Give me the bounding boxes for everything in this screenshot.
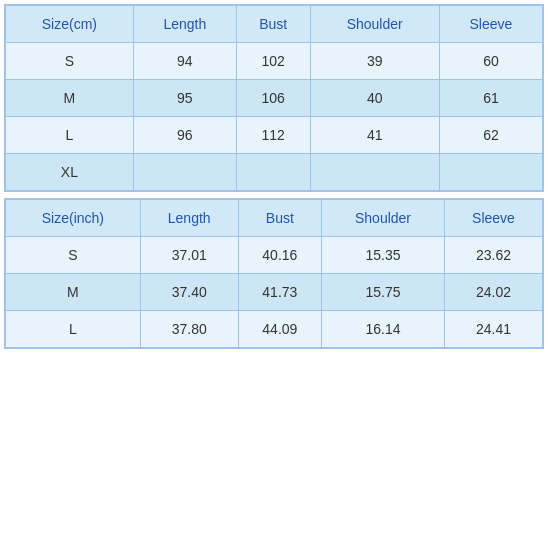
table-cell: 60 xyxy=(439,43,542,80)
table-cell xyxy=(236,154,310,191)
table-cell xyxy=(439,154,542,191)
cm-header-row: Size(cm) Length Bust Shoulder Sleeve xyxy=(6,6,543,43)
table-cell: 61 xyxy=(439,80,542,117)
table-cell: 24.02 xyxy=(445,274,543,311)
table-row: M37.4041.7315.7524.02 xyxy=(6,274,543,311)
table-cell: 40.16 xyxy=(238,237,321,274)
cm-header-size: Size(cm) xyxy=(6,6,134,43)
cm-header-bust: Bust xyxy=(236,6,310,43)
size-cm-table: Size(cm) Length Bust Shoulder Sleeve S94… xyxy=(5,5,543,191)
table-cell: M xyxy=(6,80,134,117)
table-row: XL xyxy=(6,154,543,191)
table-cell: 41.73 xyxy=(238,274,321,311)
table-cell: L xyxy=(6,311,141,348)
cm-header-shoulder: Shoulder xyxy=(310,6,439,43)
table-cell: 37.80 xyxy=(140,311,238,348)
inch-header-bust: Bust xyxy=(238,200,321,237)
inch-header-size: Size(inch) xyxy=(6,200,141,237)
table-cell: 112 xyxy=(236,117,310,154)
inch-header-sleeve: Sleeve xyxy=(445,200,543,237)
size-inch-table: Size(inch) Length Bust Shoulder Sleeve S… xyxy=(5,199,543,348)
table-cell: 39 xyxy=(310,43,439,80)
table-cell: XL xyxy=(6,154,134,191)
inch-table-wrapper: Size(inch) Length Bust Shoulder Sleeve S… xyxy=(4,198,544,349)
inch-header-shoulder: Shoulder xyxy=(322,200,445,237)
table-cell: 62 xyxy=(439,117,542,154)
inch-header-row: Size(inch) Length Bust Shoulder Sleeve xyxy=(6,200,543,237)
table-cell: 41 xyxy=(310,117,439,154)
table-cell: M xyxy=(6,274,141,311)
table-cell: 95 xyxy=(133,80,236,117)
table-cell: 96 xyxy=(133,117,236,154)
table-cell: 94 xyxy=(133,43,236,80)
table-cell: 37.40 xyxy=(140,274,238,311)
table-cell: 37.01 xyxy=(140,237,238,274)
table-cell xyxy=(310,154,439,191)
table-row: L37.8044.0916.1424.41 xyxy=(6,311,543,348)
table-cell xyxy=(133,154,236,191)
table-row: L961124162 xyxy=(6,117,543,154)
table-cell: 15.75 xyxy=(322,274,445,311)
cm-header-sleeve: Sleeve xyxy=(439,6,542,43)
table-row: M951064061 xyxy=(6,80,543,117)
table-row: S37.0140.1615.3523.62 xyxy=(6,237,543,274)
table-cell: S xyxy=(6,43,134,80)
table-cell: L xyxy=(6,117,134,154)
table-cell: 106 xyxy=(236,80,310,117)
table-cell: 24.41 xyxy=(445,311,543,348)
table-cell: 23.62 xyxy=(445,237,543,274)
table-cell: 15.35 xyxy=(322,237,445,274)
table-row: S941023960 xyxy=(6,43,543,80)
cm-table-wrapper: Size(cm) Length Bust Shoulder Sleeve S94… xyxy=(4,4,544,192)
cm-header-length: Length xyxy=(133,6,236,43)
table-cell: 44.09 xyxy=(238,311,321,348)
table-cell: 16.14 xyxy=(322,311,445,348)
inch-header-length: Length xyxy=(140,200,238,237)
table-cell: S xyxy=(6,237,141,274)
table-cell: 40 xyxy=(310,80,439,117)
table-cell: 102 xyxy=(236,43,310,80)
